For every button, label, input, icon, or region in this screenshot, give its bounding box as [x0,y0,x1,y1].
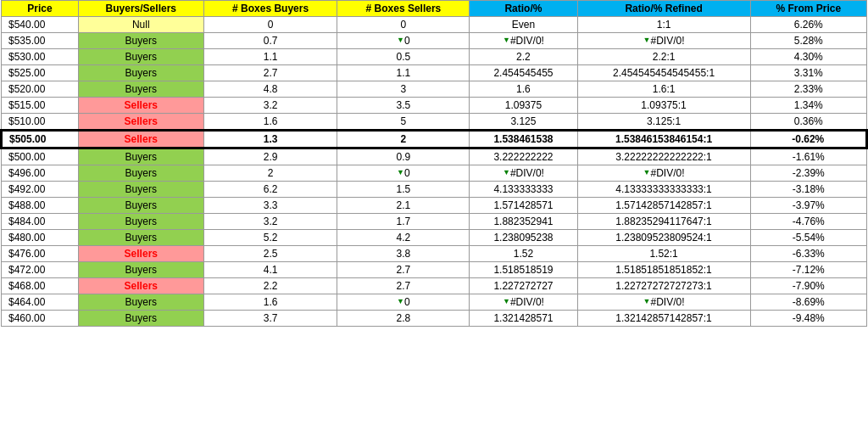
boxes-sellers-cell: 2.1 [337,198,470,214]
table-row: $496.00Buyers2▼0▼#DIV/0!▼#DIV/0!-2.39% [2,165,867,182]
table-row: $515.00Sellers3.23.51.093751.09375:11.34… [2,98,867,114]
price-cell: $468.00 [2,278,79,294]
ratio-cell: 1.571428571 [470,198,577,214]
boxes-buyers-cell: 3.2 [203,214,337,230]
buyers-sellers-cell: Buyers [78,33,203,49]
ratio-cell: 4.133333333 [470,182,577,198]
price-cell: $500.00 [2,148,79,165]
price-cell: $535.00 [2,33,79,49]
from-price-cell: -8.69% [750,294,866,311]
main-table: PriceBuyers/Sellers# Boxes Buyers# Boxes… [0,0,868,327]
header---boxes-sellers: # Boxes Sellers [337,1,470,17]
boxes-buyers-cell: 6.2 [203,182,337,198]
ratio-cell: 2.454545455 [470,65,577,81]
ratio-refined-cell: 1.23809523809524:1 [577,230,750,246]
table-row: $505.00Sellers1.321.5384615381.538461538… [2,131,867,148]
boxes-sellers-cell: 2.8 [337,311,470,327]
boxes-buyers-cell: 1.6 [203,294,337,311]
price-cell: $525.00 [2,65,79,81]
boxes-sellers-cell: 0 [337,17,470,33]
ratio-cell: 1.52 [470,246,577,262]
from-price-cell: 0.36% [750,114,866,131]
price-cell: $520.00 [2,81,79,98]
boxes-buyers-cell: 4.1 [203,262,337,278]
ratio-cell: 1.538461538 [470,131,577,148]
ratio-refined-cell: 1.6:1 [577,81,750,98]
boxes-buyers-cell: 3.2 [203,98,337,114]
price-cell: $472.00 [2,262,79,278]
ratio-cell: 1.518518519 [470,262,577,278]
boxes-sellers-cell: ▼0 [337,294,470,311]
table-row: $535.00Buyers0.7▼0▼#DIV/0!▼#DIV/0!5.28% [2,33,867,49]
from-price-cell: -0.62% [750,131,866,148]
buyers-sellers-cell: Null [78,17,203,33]
table-row: $530.00Buyers1.10.52.22.2:14.30% [2,49,867,65]
ratio-refined-cell: 1.88235294117647:1 [577,214,750,230]
header-buyers-sellers: Buyers/Sellers [78,1,203,17]
table-row: $476.00Sellers2.53.81.521.52:1-6.33% [2,246,867,262]
from-price-cell: 2.33% [750,81,866,98]
ratio-cell: 1.882352941 [470,214,577,230]
boxes-sellers-cell: 3 [337,81,470,98]
ratio-refined-cell: 1.57142857142857:1 [577,198,750,214]
table-row: $500.00Buyers2.90.93.2222222223.22222222… [2,148,867,165]
boxes-sellers-cell: 2.7 [337,278,470,294]
ratio-refined-cell: 3.125:1 [577,114,750,131]
ratio-cell: Even [470,17,577,33]
triangle-icon: ▼ [397,168,404,176]
boxes-buyers-cell: 2.5 [203,246,337,262]
triangle-icon: ▼ [643,36,651,44]
boxes-sellers-cell: 2.7 [337,262,470,278]
ratio-refined-cell: 1.53846153846154:1 [577,131,750,148]
from-price-cell: -6.33% [750,246,866,262]
buyers-sellers-cell: Sellers [78,278,203,294]
table-row: $464.00Buyers1.6▼0▼#DIV/0!▼#DIV/0!-8.69% [2,294,867,311]
ratio-refined-cell: 4.13333333333333:1 [577,182,750,198]
buyers-sellers-cell: Sellers [78,98,203,114]
price-cell: $505.00 [2,131,79,148]
ratio-cell: 1.238095238 [470,230,577,246]
ratio-refined-cell: 1:1 [577,17,750,33]
boxes-sellers-cell: 3.8 [337,246,470,262]
from-price-cell: -3.97% [750,198,866,214]
price-cell: $510.00 [2,114,79,131]
buyers-sellers-cell: Buyers [78,311,203,327]
price-cell: $530.00 [2,49,79,65]
table-row: $460.00Buyers3.72.81.3214285711.32142857… [2,311,867,327]
boxes-sellers-cell: 1.5 [337,182,470,198]
ratio-refined-cell: 1.52:1 [577,246,750,262]
ratio-cell: 3.222222222 [470,148,577,165]
boxes-buyers-cell: 1.3 [203,131,337,148]
from-price-cell: -9.48% [750,311,866,327]
from-price-cell: -2.39% [750,165,866,182]
triangle-icon: ▼ [397,36,404,44]
boxes-sellers-cell: 1.7 [337,214,470,230]
table-row: $488.00Buyers3.32.11.5714285711.57142857… [2,198,867,214]
table-row: $472.00Buyers4.12.71.5185185191.51851851… [2,262,867,278]
table-row: $525.00Buyers2.71.12.4545454552.45454545… [2,65,867,81]
table-row: $492.00Buyers6.21.54.1333333334.13333333… [2,182,867,198]
header---boxes-buyers: # Boxes Buyers [203,1,337,17]
table-row: $540.00Null00Even1:16.26% [2,17,867,33]
header-ratio--: Ratio/% [470,1,577,17]
boxes-sellers-cell: 5 [337,114,470,131]
boxes-sellers-cell: 4.2 [337,230,470,246]
price-cell: $492.00 [2,182,79,198]
buyers-sellers-cell: Sellers [78,131,203,148]
ratio-cell: 1.321428571 [470,311,577,327]
triangle-icon: ▼ [643,297,651,305]
ratio-cell: 1.09375 [470,98,577,114]
price-cell: $480.00 [2,230,79,246]
price-cell: $460.00 [2,311,79,327]
ratio-cell: ▼#DIV/0! [470,294,577,311]
ratio-cell: 1.6 [470,81,577,98]
from-price-cell: -4.76% [750,214,866,230]
boxes-buyers-cell: 4.8 [203,81,337,98]
buyers-sellers-cell: Buyers [78,165,203,182]
from-price-cell: 6.26% [750,17,866,33]
boxes-sellers-cell: 2 [337,131,470,148]
ratio-refined-cell: 2.454545454545455:1 [577,65,750,81]
triangle-icon: ▼ [503,297,510,305]
ratio-cell: 3.125 [470,114,577,131]
boxes-buyers-cell: 3.7 [203,311,337,327]
